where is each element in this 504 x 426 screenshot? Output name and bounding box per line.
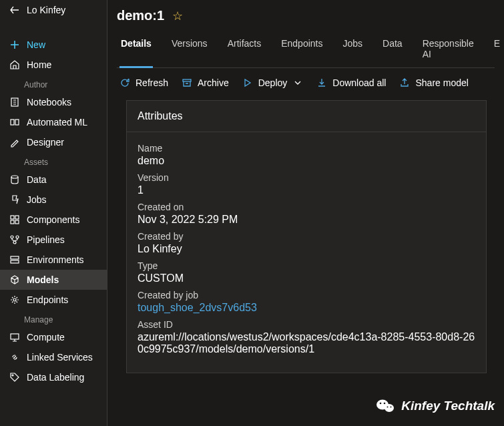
attr-value: demo: [138, 155, 475, 167]
models-icon: [9, 274, 20, 285]
sidebar-components[interactable]: Components: [0, 210, 107, 230]
sidebar-data[interactable]: Data: [0, 170, 107, 190]
tab-details[interactable]: Details: [119, 31, 153, 67]
sidebar-compute[interactable]: Compute: [0, 327, 107, 347]
watermark: Kinfey Techtalk: [376, 398, 495, 414]
plus-icon: [9, 39, 20, 50]
svg-rect-16: [183, 79, 191, 81]
designer-icon: [9, 137, 20, 148]
attr-value: azureml://locations/westus2/workspaces/c…: [138, 331, 475, 355]
refresh-icon: [119, 77, 130, 88]
svg-point-19: [380, 403, 382, 405]
sidebar-models[interactable]: Models: [0, 270, 107, 290]
sidebar-environments[interactable]: Environments: [0, 250, 107, 270]
svg-point-9: [16, 236, 19, 238]
chevron-down-icon: [292, 77, 303, 88]
section-assets: Assets: [0, 152, 107, 170]
sidebar-item-label: Automated ML: [27, 117, 87, 128]
download-button[interactable]: Download all: [316, 77, 386, 88]
sidebar-automl[interactable]: Automated ML: [0, 112, 107, 132]
tab-jobs[interactable]: Jobs: [341, 31, 364, 67]
attributes-body: Name demo Version 1 Created on Nov 3, 20…: [127, 132, 486, 373]
toolbar-label: Download all: [332, 77, 386, 88]
sidebar-item-label: Linked Services: [27, 352, 93, 363]
tag-icon: [9, 372, 20, 383]
sidebar-item-label: Jobs: [27, 194, 47, 205]
tab-data[interactable]: Data: [381, 31, 404, 67]
svg-rect-7: [15, 220, 19, 224]
svg-point-10: [13, 241, 16, 244]
sidebar-endpoints[interactable]: Endpoints: [0, 290, 107, 310]
endpoints-icon: [9, 294, 20, 305]
attr-created-on: Created on Nov 3, 2022 5:29 PM: [138, 202, 475, 226]
wechat-icon: [376, 398, 395, 414]
attr-value-link[interactable]: tough_shoe_2dvs7v6d53: [138, 302, 475, 314]
main-content: demo:1 ☆ Details Versions Artifacts Endp…: [107, 0, 504, 426]
sidebar-pipelines[interactable]: Pipelines: [0, 230, 107, 250]
data-icon: [9, 174, 20, 185]
svg-point-15: [12, 375, 13, 376]
attr-label: Created by: [138, 231, 475, 242]
environments-icon: [9, 254, 20, 265]
sidebar-item-label: Pipelines: [27, 234, 65, 245]
sidebar-linked[interactable]: Linked Services: [0, 347, 107, 367]
sidebar-designer[interactable]: Designer: [0, 132, 107, 152]
attr-label: Type: [138, 260, 475, 271]
attr-created-by-job: Created by job tough_shoe_2dvs7v6d53: [138, 290, 475, 314]
link-icon: [9, 352, 20, 363]
sidebar-item-label: Compute: [27, 332, 65, 343]
tab-responsible-ai[interactable]: Responsible AI: [421, 31, 475, 67]
compute-icon: [9, 332, 20, 343]
attr-type: Type CUSTOM: [138, 260, 475, 284]
attr-value: 1: [138, 184, 475, 196]
tab-versions[interactable]: Versions: [170, 31, 209, 67]
tab-artifacts[interactable]: Artifacts: [226, 31, 263, 67]
sidebar-new-label: New: [27, 39, 45, 50]
attr-value: Nov 3, 2022 5:29 PM: [138, 214, 475, 226]
svg-rect-4: [11, 216, 14, 219]
toolbar: Refresh Archive Deploy Download all Shar…: [117, 68, 495, 97]
attr-version: Version 1: [138, 172, 475, 196]
svg-point-8: [11, 236, 13, 238]
sidebar-home-label: Home: [27, 59, 51, 70]
components-icon: [9, 214, 20, 225]
toolbar-label: Deploy: [258, 77, 288, 88]
sidebar-item-label: Components: [27, 214, 79, 225]
deploy-button[interactable]: Deploy: [242, 77, 304, 88]
home-icon: [9, 59, 20, 70]
attributes-header: Attributes: [127, 101, 486, 132]
toolbar-label: Archive: [198, 77, 229, 88]
sidebar-notebooks[interactable]: Notebooks: [0, 92, 107, 112]
svg-rect-12: [11, 260, 19, 263]
svg-point-20: [384, 403, 386, 405]
svg-point-13: [13, 298, 16, 301]
svg-point-18: [385, 404, 394, 412]
svg-point-3: [11, 176, 18, 178]
svg-rect-6: [11, 220, 14, 224]
watermark-text: Kinfey Techtalk: [401, 399, 495, 413]
section-manage: Manage: [0, 310, 107, 327]
attr-label: Name: [138, 143, 475, 154]
favorite-star-icon[interactable]: ☆: [172, 9, 183, 23]
share-button[interactable]: Share model: [399, 77, 468, 88]
svg-point-21: [387, 407, 389, 408]
back-nav-label: Lo Kinfey: [27, 5, 65, 15]
back-nav[interactable]: Lo Kinfey: [0, 0, 107, 20]
attr-value: CUSTOM: [138, 272, 475, 284]
tab-extra[interactable]: E: [493, 31, 501, 67]
sidebar-new[interactable]: New: [0, 35, 107, 55]
archive-button[interactable]: Archive: [182, 77, 229, 88]
sidebar-labeling[interactable]: Data Labeling: [0, 367, 107, 387]
sidebar-home[interactable]: Home: [0, 55, 107, 75]
refresh-button[interactable]: Refresh: [119, 77, 168, 88]
svg-rect-5: [15, 216, 19, 219]
sidebar-jobs[interactable]: Jobs: [0, 190, 107, 210]
svg-rect-14: [11, 334, 19, 339]
svg-rect-11: [11, 256, 19, 259]
jobs-icon: [9, 194, 20, 205]
attr-label: Created on: [138, 202, 475, 212]
sidebar-item-label: Endpoints: [27, 294, 68, 305]
attr-created-by: Created by Lo Kinfey: [138, 231, 475, 255]
deploy-icon: [242, 77, 253, 88]
tab-endpoints[interactable]: Endpoints: [280, 31, 324, 67]
